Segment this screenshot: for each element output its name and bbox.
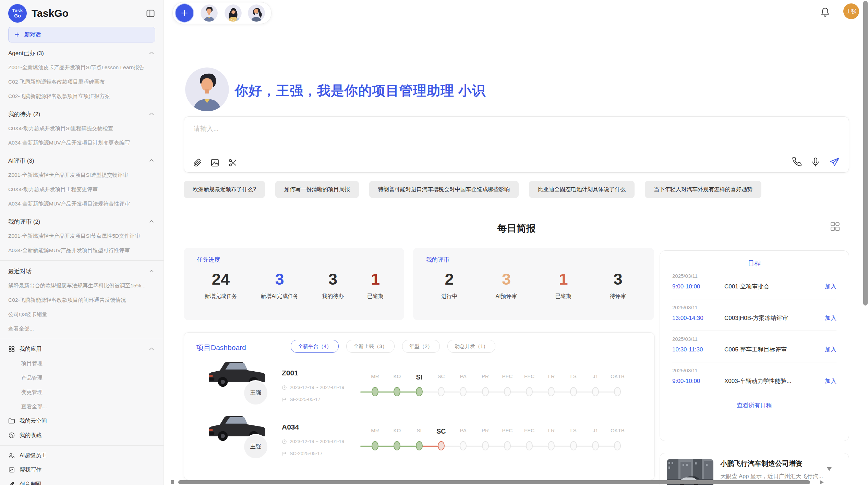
dashboard-filter-chip[interactable]: 全新上装（3）	[346, 340, 394, 353]
section-header[interactable]: AI评审 (3)	[8, 153, 155, 168]
stat-label: 已逾期	[367, 293, 384, 300]
sidebar-item[interactable]: C02-飞腾新能源轻客改款项目里程碑画布	[8, 75, 155, 89]
horizontal-scrollbar-nub[interactable]	[171, 480, 174, 484]
join-link[interactable]: 加入	[825, 377, 836, 385]
dashboard-filter-chip[interactable]: 年型（2）	[402, 340, 440, 353]
sidebar-tools: AI超级员工帮我写作创意制图	[8, 448, 155, 485]
stat-card-title: 任务进度	[197, 256, 220, 264]
stat: 1 已逾期	[555, 270, 572, 300]
assistant-avatar-1[interactable]	[201, 4, 218, 22]
section-header[interactable]: 最近对话	[8, 264, 155, 278]
schedule-title: 日程	[672, 259, 836, 268]
suggestion-chip[interactable]: 当下年轻人对汽车外观有怎样的喜好趋势	[645, 181, 761, 198]
milestone-node	[592, 387, 599, 396]
snippet-button[interactable]	[228, 158, 238, 167]
milestone-node	[438, 441, 445, 450]
suggestion-chip[interactable]: 欧洲新规最近颁布了什么?	[184, 181, 265, 198]
vertical-scrollbar[interactable]	[863, 1, 868, 306]
sidebar-tool-item[interactable]: 创意制图	[8, 477, 155, 485]
sidebar-item[interactable]: Z001-全新燃油轻卡产品开发项目SI造型提交物评审	[8, 168, 155, 182]
divider	[0, 260, 164, 261]
sidebar-item[interactable]: 公司Q3轻卡销量	[8, 307, 155, 322]
milestone-label: PA	[460, 373, 467, 379]
scroll-down-arrow[interactable]	[827, 467, 832, 471]
new-chat-button[interactable]: 新对话	[8, 27, 155, 42]
sidebar-tool-item[interactable]: AI超级员工	[8, 448, 155, 463]
section-header[interactable]: Agent已办 (3)	[8, 46, 155, 60]
app-logo: Task Go	[8, 4, 27, 23]
suggestion-chip[interactable]: 如何写一份清晰的项目周报	[275, 181, 359, 198]
milestone-node	[548, 387, 555, 396]
section-header[interactable]: 我的待办 (2)	[8, 107, 155, 121]
join-link[interactable]: 加入	[825, 346, 836, 353]
sidebar-collapse-button[interactable]	[146, 9, 155, 18]
sidebar-item[interactable]: A034-全新新能源MUV产品开发项目计划变更表编写	[8, 136, 155, 150]
stat-value: 3	[322, 270, 344, 288]
sidebar-item[interactable]: C0X4-动力总成开发项目SI里程碑提交物检查	[8, 121, 155, 136]
add-assistant-button[interactable]	[176, 4, 193, 22]
view-all-schedule-link[interactable]: 查看所有日程	[672, 401, 836, 409]
horizontal-scrollbar[interactable]	[178, 480, 810, 484]
scroll-right-arrow[interactable]	[820, 480, 824, 484]
tool-label: AI超级员工	[20, 452, 47, 459]
assistant-avatar-3[interactable]	[248, 4, 265, 22]
new-chat-label: 新对话	[24, 31, 41, 38]
user-avatar[interactable]: 王强	[843, 3, 859, 19]
mic-button[interactable]	[810, 157, 821, 167]
event-date: 2025/03/11	[672, 368, 836, 373]
stat-label: 待评审	[610, 293, 626, 300]
milestone-node	[592, 441, 599, 450]
sidebar-item[interactable]: Z001-全新燃油轻卡产品开发项目SI节点属性5D文件评审	[8, 229, 155, 243]
sidebar-app-item[interactable]: 产品管理	[8, 371, 155, 385]
suggestion-chip[interactable]: 特朗普可能对进口汽车增税会对中国车企造成哪些影响	[369, 181, 519, 198]
stat-value: 1	[367, 270, 384, 288]
project-code: Z001	[282, 369, 298, 377]
scissors-icon	[228, 158, 238, 167]
milestone-label: SC	[436, 427, 446, 435]
sidebar-app-item[interactable]: 项目管理	[8, 356, 155, 371]
milestone-label: OKTB	[611, 373, 625, 379]
assistant-avatar-2[interactable]	[225, 4, 242, 22]
chat-input[interactable]	[193, 124, 777, 156]
chevron-up-icon	[148, 49, 155, 57]
stat-label: 已逾期	[555, 293, 572, 300]
voice-call-button[interactable]	[792, 157, 802, 167]
sidebar-item[interactable]: C0X4-动力总成开发项目工程变更评审	[8, 182, 155, 197]
sidebar-item[interactable]: Z001-全新燃油皮卡产品开发项目SI节点Lesson Learn报告	[8, 60, 155, 75]
composer-attachments	[192, 158, 238, 167]
briefing-layout-button[interactable]	[830, 221, 841, 233]
dashboard-filter-chip[interactable]: 全新平台（4）	[291, 340, 339, 353]
sidebar-item-cloud[interactable]: 我的云空间	[8, 414, 155, 428]
sidebar-apps-header[interactable]: 我的应用	[8, 342, 155, 356]
event-date: 2025/03/11	[672, 273, 836, 279]
sidebar-item[interactable]: 解释最新出台的欧盟报废车法规再生塑料比例被调至15%...	[8, 278, 155, 293]
milestone-node	[394, 387, 400, 396]
send-button[interactable]	[829, 157, 840, 167]
sidebar-item[interactable]: C02-飞腾新能源轻客改款项目立项汇报方案	[8, 89, 155, 103]
sidebar-app-item[interactable]: 查看全部...	[8, 399, 155, 414]
milestone-label: LR	[548, 373, 555, 379]
stat-label: 新增完成任务	[204, 293, 237, 300]
project-owner-badge: 王强	[244, 381, 267, 405]
join-link[interactable]: 加入	[825, 314, 836, 322]
suggestion-chip[interactable]: 比亚迪全固态电池计划具体说了什么	[529, 181, 635, 198]
attach-file-button[interactable]	[192, 158, 202, 167]
sidebar-tool-item[interactable]: 帮我写作	[8, 463, 155, 477]
stat-card-tasks: 任务进度 24 新增完成任务 3 新增AI完成任务 3 我的待办 1 已逾期	[184, 248, 404, 320]
panel-collapse-icon	[146, 9, 155, 18]
sidebar-item-favorites[interactable]: 我的收藏	[8, 428, 155, 443]
join-link[interactable]: 加入	[825, 283, 836, 290]
attach-image-button[interactable]	[210, 158, 220, 167]
sidebar-item[interactable]: A034-全新新能源MUV产品开发项目造型可行性评审	[8, 243, 155, 258]
stat-label: AI预评审	[495, 293, 517, 300]
greeting-text: 你好，王强，我是你的项目管理助理 小识	[235, 82, 486, 100]
sidebar-item[interactable]: C02-飞腾新能源轻客改款项目的闭环通告反馈情况	[8, 293, 155, 307]
sidebar-app-item[interactable]: 变更管理	[8, 385, 155, 399]
section-header[interactable]: 我的评审 (2)	[8, 214, 155, 229]
dashboard-filter-chip[interactable]: 动总开发（1）	[447, 340, 495, 353]
schedule-event: 2025/03/11 9:00-10:00 X003-车辆动力学性能验... 加…	[672, 362, 836, 394]
stat: 3 我的待办	[322, 270, 344, 300]
sidebar-item[interactable]: A034-全新新能源MUV产品开发项目法规符合性评审	[8, 197, 155, 211]
notifications-button[interactable]	[820, 7, 830, 19]
sidebar-item[interactable]: 查看全部...	[8, 322, 155, 336]
